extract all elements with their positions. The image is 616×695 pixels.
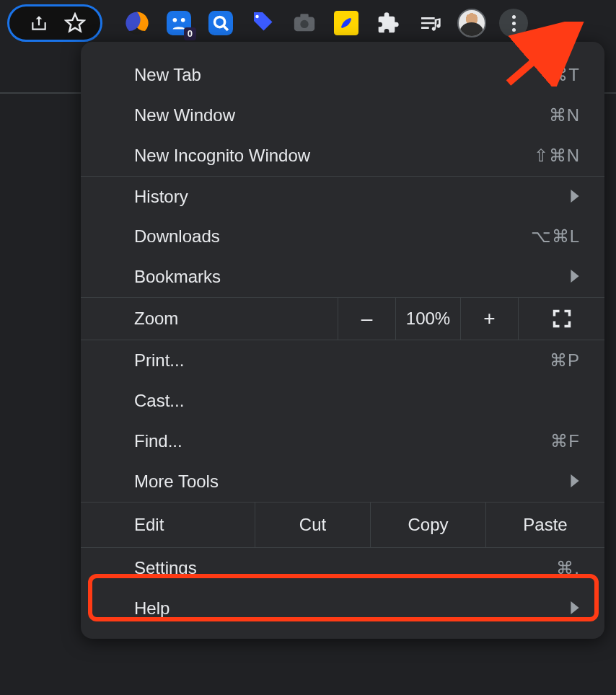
menu-new-window[interactable]: New Window ⌘N — [81, 95, 604, 136]
menu-label: New Window — [134, 105, 235, 125]
menu-label: Edit — [81, 503, 255, 547]
menu-shortcut: ⇧⌘N — [534, 146, 580, 166]
svg-rect-8 — [300, 14, 308, 18]
menu-shortcut: ⌘, — [556, 558, 580, 578]
menu-shortcut: ⌘P — [550, 350, 580, 371]
zoom-out-button[interactable]: – — [338, 298, 395, 340]
menu-label: Print... — [134, 350, 184, 371]
chevron-right-icon — [570, 472, 580, 492]
extensions-puzzle-icon[interactable] — [374, 9, 402, 37]
menu-edit-row: Edit Cut Copy Paste — [81, 502, 604, 548]
fullscreen-button[interactable] — [518, 298, 604, 340]
menu-label: Help — [134, 598, 170, 619]
browser-menu: New Tab ⌘T New Window ⌘N New Incognito W… — [81, 42, 604, 639]
menu-label: Find... — [134, 431, 182, 451]
browser-toolbar: 0 — [0, 0, 616, 46]
edit-paste-button[interactable]: Paste — [485, 503, 604, 547]
menu-new-tab[interactable]: New Tab ⌘T — [81, 55, 604, 95]
extension-icon-2[interactable]: 0 — [164, 9, 193, 37]
extension-icon-tag[interactable] — [248, 9, 277, 37]
menu-cast[interactable]: Cast... — [81, 381, 604, 421]
svg-point-3 — [181, 18, 185, 22]
menu-incognito[interactable]: New Incognito Window ⇧⌘N — [81, 136, 604, 176]
edit-cut-button[interactable]: Cut — [255, 503, 370, 547]
menu-label: New Tab — [134, 65, 201, 85]
extension-icon-camera[interactable] — [290, 9, 319, 37]
edit-copy-button[interactable]: Copy — [370, 503, 485, 547]
profile-avatar[interactable] — [457, 9, 486, 37]
chevron-right-icon — [570, 598, 580, 619]
extension-badge: 0 — [184, 27, 196, 40]
menu-label: Bookmarks — [134, 267, 221, 287]
menu-shortcut: ⌘N — [549, 105, 580, 125]
extension-icon-note[interactable] — [332, 9, 361, 37]
more-menu-button[interactable] — [499, 9, 528, 37]
svg-point-2 — [173, 18, 177, 22]
extension-icon-3[interactable] — [206, 9, 235, 37]
menu-print[interactable]: Print... ⌘P — [81, 340, 604, 381]
zoom-value: 100% — [395, 298, 460, 340]
chevron-right-icon — [570, 267, 580, 287]
menu-find[interactable]: Find... ⌘F — [81, 421, 604, 461]
chevron-right-icon — [570, 187, 580, 207]
menu-help[interactable]: Help — [81, 588, 604, 629]
svg-point-9 — [300, 20, 308, 28]
menu-label: Downloads — [134, 226, 220, 247]
svg-rect-4 — [208, 11, 233, 35]
menu-bookmarks[interactable]: Bookmarks — [81, 257, 604, 297]
menu-history[interactable]: History — [81, 176, 604, 216]
extension-icon-1[interactable] — [123, 9, 151, 37]
media-control-icon[interactable] — [415, 9, 444, 37]
menu-shortcut: ⌘T — [550, 65, 580, 85]
menu-label: More Tools — [134, 472, 219, 492]
bookmark-star-icon[interactable] — [64, 12, 86, 34]
menu-more-tools[interactable]: More Tools — [81, 461, 604, 502]
menu-zoom-row: Zoom – 100% + — [81, 297, 604, 340]
menu-downloads[interactable]: Downloads ⌥⌘L — [81, 216, 604, 257]
menu-label: New Incognito Window — [134, 146, 310, 166]
menu-label: Settings — [134, 558, 197, 578]
menu-shortcut: ⌘F — [550, 431, 580, 451]
omnibox-actions — [7, 4, 102, 42]
menu-label: History — [134, 187, 188, 207]
menu-shortcut: ⌥⌘L — [531, 226, 580, 247]
share-icon[interactable] — [30, 12, 48, 34]
menu-label: Zoom — [81, 298, 338, 340]
menu-label: Cast... — [134, 391, 184, 411]
menu-settings[interactable]: Settings ⌘, — [81, 548, 604, 588]
zoom-in-button[interactable]: + — [460, 298, 518, 340]
svg-point-6 — [255, 15, 259, 19]
